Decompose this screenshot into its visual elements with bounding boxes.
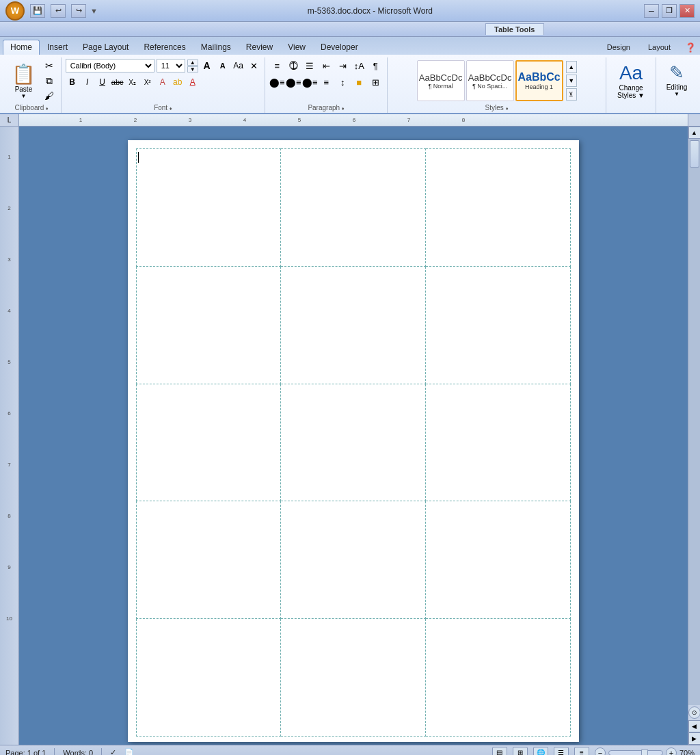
increase-indent-button[interactable]: ⇥ (335, 59, 350, 72)
multilevel-button[interactable]: ☰ (302, 59, 317, 72)
tab-layout[interactable]: Layout (641, 40, 678, 55)
align-right-button[interactable]: ⬤≡ (302, 75, 317, 89)
tab-developer[interactable]: Developer (313, 40, 366, 55)
document-table[interactable] (136, 148, 571, 737)
next-page-button[interactable]: ▶ (688, 732, 701, 745)
clipboard-expand-icon[interactable]: ⬧ (45, 105, 49, 111)
web-layout-btn[interactable]: 🌐 (533, 747, 548, 756)
sort-button[interactable]: ↕A (351, 59, 366, 72)
table-cell-2-2[interactable] (281, 266, 425, 384)
styles-scroll-down[interactable]: ▼ (566, 75, 577, 87)
spell-check-icon[interactable]: ✓ (110, 748, 116, 755)
table-cell-5-3[interactable] (425, 619, 570, 737)
copy-button[interactable]: ⧉ (42, 74, 57, 88)
font-expand-icon[interactable]: ⬧ (169, 105, 172, 111)
paste-button[interactable]: 📋 Paste ▼ (7, 61, 40, 101)
style-normal[interactable]: AaBbCcDc ¶ Normal (417, 60, 465, 101)
draft-btn[interactable]: ≡ (574, 747, 589, 756)
table-cell-3-2[interactable] (281, 384, 425, 501)
outline-btn[interactable]: ☰ (554, 747, 569, 756)
ruler-corner[interactable]: L (0, 114, 19, 127)
editing-button[interactable]: ✎ Editing ▼ (662, 59, 692, 101)
help-icon[interactable]: ❓ (685, 42, 696, 53)
table-cell-5-1[interactable] (137, 619, 281, 737)
table-cell-5-2[interactable] (281, 619, 425, 737)
table-cell-1-2[interactable] (281, 149, 425, 267)
tab-home[interactable]: Home (3, 40, 40, 55)
justify-button[interactable]: ≡ (319, 75, 334, 89)
horizontal-ruler[interactable]: 1 2 3 4 5 6 7 8 (19, 114, 688, 127)
table-cell-1-3[interactable] (425, 149, 570, 267)
vertical-scrollbar[interactable]: ▲ ⊙ ◀ ▶ (688, 127, 700, 745)
table-cell-2-1[interactable] (137, 266, 281, 384)
font-color-button[interactable]: A (186, 75, 200, 89)
styles-expand[interactable]: ⊻ (566, 88, 577, 101)
line-spacing-button[interactable]: ↕ (335, 75, 350, 89)
tab-review[interactable]: Review (239, 40, 280, 55)
tab-view[interactable]: View (280, 40, 313, 55)
zoom-slider[interactable] (608, 750, 663, 756)
zoom-thumb[interactable] (641, 749, 648, 756)
table-cell-4-1[interactable] (137, 501, 281, 619)
quick-redo-btn[interactable]: ↪ (71, 4, 86, 18)
quick-save-btn[interactable]: 💾 (30, 4, 45, 18)
select-browse-button[interactable]: ⊙ (688, 706, 701, 719)
change-case-button[interactable]: Aa (232, 59, 245, 72)
prev-page-button[interactable]: ◀ (688, 720, 701, 732)
paragraph-expand-icon[interactable]: ⬧ (341, 105, 345, 111)
underline-button[interactable]: U (96, 75, 109, 89)
subscript-button[interactable]: X₂ (126, 75, 139, 89)
bullets-button[interactable]: ≡ (269, 59, 284, 72)
strikethrough-button[interactable]: abc (111, 75, 124, 89)
align-center-button[interactable]: ⬤≡ (286, 75, 301, 89)
table-cell-1-1[interactable] (137, 149, 281, 267)
tab-insert[interactable]: Insert (40, 40, 75, 55)
restore-button[interactable]: ❐ (662, 4, 677, 18)
font-size-decrease[interactable]: ▼ (187, 66, 198, 72)
zoom-in-button[interactable]: + (666, 747, 677, 756)
bold-button[interactable]: B (66, 75, 79, 89)
zoom-level[interactable]: 70% (679, 749, 695, 756)
shading-button[interactable]: ■ (351, 75, 366, 89)
table-cell-4-3[interactable] (425, 501, 570, 619)
format-painter-button[interactable]: 🖌 (42, 89, 57, 103)
italic-button[interactable]: I (81, 75, 94, 89)
decrease-indent-button[interactable]: ⇤ (319, 59, 334, 72)
tab-mailings[interactable]: Mailings (193, 40, 239, 55)
clear-format-button[interactable]: ✕ (247, 59, 261, 72)
tab-references[interactable]: References (136, 40, 193, 55)
tab-page-layout[interactable]: Page Layout (75, 40, 136, 55)
styles-scroll-up[interactable]: ▲ (566, 61, 577, 73)
change-styles-button[interactable]: Aa ChangeStyles ▼ (610, 59, 651, 103)
borders-button[interactable]: ⊞ (368, 75, 383, 89)
highlight-button[interactable]: ab (171, 75, 185, 89)
scroll-track[interactable] (688, 139, 701, 705)
print-layout-btn[interactable]: ▤ (492, 747, 507, 756)
track-changes-icon[interactable]: 📄 (124, 748, 134, 755)
table-cell-3-1[interactable] (137, 384, 281, 501)
numbering-button[interactable]: ⓵ (286, 59, 301, 72)
styles-expand-icon[interactable]: ⬧ (505, 105, 509, 111)
minimize-button[interactable]: ─ (644, 4, 659, 18)
style-heading1[interactable]: AaBbCc Heading 1 (515, 60, 563, 101)
office-button[interactable]: W (5, 1, 25, 21)
text-effects-button[interactable]: A (156, 75, 170, 89)
align-left-button[interactable]: ⬤≡ (269, 75, 284, 89)
shrink-font-button[interactable]: A (216, 59, 230, 72)
grow-font-button[interactable]: A (200, 59, 214, 72)
cut-button[interactable]: ✂ (42, 59, 57, 72)
font-name-select[interactable]: Calibri (Body) (66, 59, 154, 72)
scroll-up-button[interactable]: ▲ (688, 127, 701, 139)
style-no-spacing[interactable]: AaBbCcDc ¶ No Spaci... (466, 60, 514, 101)
table-cell-3-3[interactable] (425, 384, 570, 501)
close-button[interactable]: ✕ (679, 4, 695, 18)
table-cell-2-3[interactable] (425, 266, 570, 384)
scroll-thumb[interactable] (690, 140, 699, 168)
full-screen-btn[interactable]: ⊞ (513, 747, 528, 756)
zoom-out-button[interactable]: − (595, 747, 606, 756)
document-area[interactable] (19, 127, 688, 745)
table-cell-4-2[interactable] (281, 501, 425, 619)
show-formatting-button[interactable]: ¶ (368, 59, 383, 72)
font-size-increase[interactable]: ▲ (187, 59, 198, 66)
page[interactable] (128, 140, 579, 742)
